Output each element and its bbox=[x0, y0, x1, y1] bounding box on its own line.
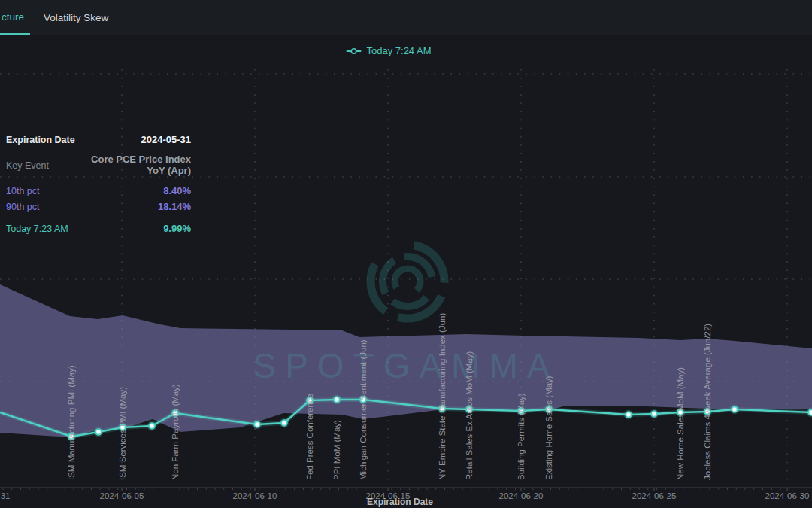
data-point-marker[interactable] bbox=[651, 411, 657, 417]
x-axis-title: Expiration Date bbox=[367, 497, 433, 507]
data-point-marker[interactable] bbox=[732, 406, 738, 412]
event-label: NY Empire State Manufacturing Index (Jun… bbox=[438, 313, 447, 480]
event-label: ISM Services PMI (May) bbox=[118, 387, 127, 480]
x-tick-label: 2024-06-05 bbox=[100, 491, 144, 500]
legend-line-marker-icon bbox=[347, 47, 362, 55]
event-label: New Home Sales MoM (May) bbox=[676, 367, 685, 480]
event-label: Building Permits (May) bbox=[517, 393, 526, 480]
x-tick-label: 2024-06-25 bbox=[632, 491, 677, 500]
x-tick-label: 2024-06-10 bbox=[233, 491, 277, 500]
event-label: Non Farm Payrolls (May) bbox=[171, 384, 180, 480]
spotgamma-logo-icon bbox=[390, 264, 425, 299]
tab-volatility-skew-label: Volatility Skew bbox=[44, 12, 108, 23]
legend-label: Today 7:24 AM bbox=[367, 45, 432, 56]
data-point-marker[interactable] bbox=[334, 397, 340, 403]
tab-volatility-skew[interactable]: Volatility Skew bbox=[42, 0, 110, 35]
event-label: Existing Home Sales (May) bbox=[544, 376, 553, 480]
tooltip-key-event-label: Key Event bbox=[6, 160, 49, 171]
data-point-marker[interactable] bbox=[626, 412, 632, 418]
tooltip-expiration-label: Expiration Date bbox=[6, 135, 75, 145]
x-tick-label: 2024-06-20 bbox=[499, 491, 544, 500]
tooltip-key-event-value: Core PCE Price Index YoY (Apr) bbox=[80, 154, 191, 177]
event-label: Retail Sales Ex Autos MoM (May) bbox=[465, 351, 474, 480]
topbar: cture Volatility Skew bbox=[0, 0, 812, 35]
data-point-marker[interactable] bbox=[281, 420, 287, 426]
data-point-marker[interactable] bbox=[95, 429, 102, 435]
x-tick-label: 2024-06-30 bbox=[765, 491, 810, 500]
tooltip-90th-pct-label: 90th pct bbox=[6, 202, 39, 212]
tooltip-90th-pct-value: 18.14% bbox=[158, 202, 191, 213]
tooltip-expiration-value: 2024-05-31 bbox=[141, 135, 192, 146]
tooltip-today-value: 9.99% bbox=[163, 224, 191, 235]
event-label: ISM Manufacturing PMI (May) bbox=[67, 365, 76, 480]
term-structure-chart[interactable]: SPOTGAMMA2024-05-312024-06-052024-06-102… bbox=[0, 0, 812, 508]
chart-tooltip: Expiration Date 2024-05-31 Key Event Cor… bbox=[6, 135, 191, 235]
data-point-marker[interactable] bbox=[808, 409, 812, 415]
tooltip-today-label: Today 7:23 AM bbox=[6, 224, 68, 234]
event-label: Jobless Claims 4-week Average (Jun/22) bbox=[703, 324, 712, 480]
chart-legend-item[interactable]: Today 7:24 AM bbox=[347, 45, 432, 56]
spotgamma-watermark-text: SPOTGAMMA bbox=[253, 346, 559, 385]
event-label: PPI MoM (May) bbox=[332, 420, 341, 480]
tab-term-structure-label: cture bbox=[2, 11, 24, 23]
data-point-marker[interactable] bbox=[254, 421, 260, 427]
tooltip-10th-pct-label: 10th pct bbox=[6, 186, 39, 196]
event-label: Michigan Consumer Sentiment (Jun) bbox=[359, 339, 368, 480]
tooltip-10th-pct-value: 8.40% bbox=[163, 186, 191, 197]
x-tick-label: 2024-05-31 bbox=[0, 491, 10, 500]
data-point-marker[interactable] bbox=[149, 423, 155, 429]
event-label: Fed Press Conference bbox=[305, 394, 314, 480]
spotgamma-logo-icon bbox=[365, 239, 450, 324]
tab-term-structure[interactable]: cture bbox=[0, 0, 30, 35]
